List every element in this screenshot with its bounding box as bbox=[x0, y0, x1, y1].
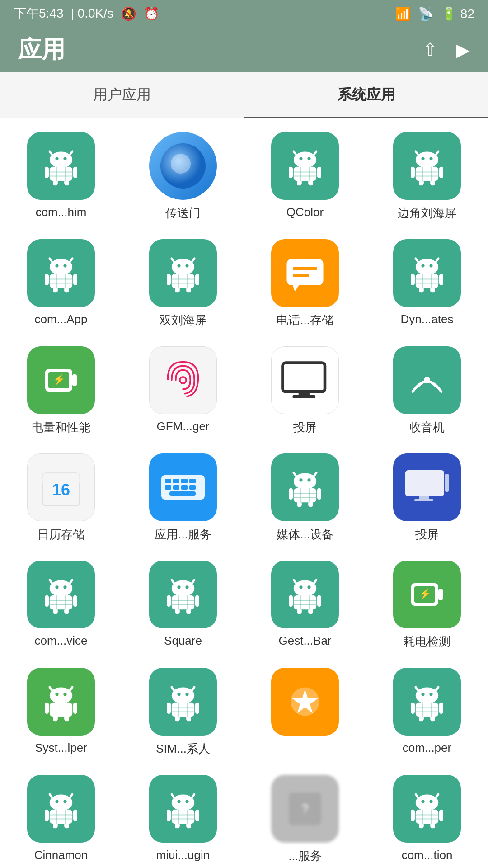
svg-rect-63 bbox=[172, 274, 194, 288]
list-item[interactable]: 传送门 bbox=[127, 127, 239, 226]
svg-rect-208 bbox=[416, 703, 438, 717]
list-item[interactable]: 边角刘海屏 bbox=[371, 127, 483, 226]
svg-rect-252 bbox=[416, 810, 438, 824]
svg-rect-224 bbox=[73, 810, 77, 821]
header-actions: ⇧ ▶ bbox=[422, 39, 470, 60]
list-item[interactable]: 双刘海屏 bbox=[127, 235, 239, 333]
app-grid: com...him 传送门 QColor bbox=[0, 118, 488, 868]
svg-rect-150 bbox=[172, 595, 194, 610]
svg-point-94 bbox=[180, 377, 186, 383]
svg-point-78 bbox=[416, 259, 438, 275]
app-icon bbox=[393, 346, 461, 414]
list-item[interactable]: Dyn...ates bbox=[371, 235, 483, 333]
svg-point-62 bbox=[185, 264, 188, 267]
svg-rect-237 bbox=[167, 810, 171, 821]
tab-user-apps[interactable]: 用户应用 bbox=[0, 72, 244, 118]
svg-rect-253 bbox=[411, 810, 415, 821]
svg-point-60 bbox=[172, 259, 194, 275]
list-item[interactable]: Syst...lper bbox=[5, 663, 117, 761]
list-item[interactable]: com...App bbox=[5, 235, 117, 333]
list-item[interactable]: 媒体...设备 bbox=[249, 449, 361, 547]
tab-system-apps[interactable]: 系统应用 bbox=[244, 72, 488, 118]
battery-indicator: 🔋 82 bbox=[441, 6, 474, 21]
svg-marker-73 bbox=[293, 285, 299, 292]
list-item[interactable]: QColor bbox=[249, 127, 361, 226]
list-item[interactable]: Gest...Bar bbox=[249, 556, 361, 654]
svg-rect-111 bbox=[189, 485, 196, 490]
svg-rect-75 bbox=[293, 274, 309, 277]
list-item[interactable]: Cinnamon bbox=[5, 770, 117, 868]
list-item[interactable]: 投屏 bbox=[371, 449, 483, 547]
svg-point-32 bbox=[416, 152, 438, 168]
svg-rect-151 bbox=[167, 595, 171, 607]
list-item[interactable]: com...vice bbox=[5, 556, 117, 654]
svg-text:⚡: ⚡ bbox=[53, 373, 66, 386]
svg-rect-192 bbox=[172, 703, 194, 717]
app-icon bbox=[149, 668, 217, 736]
svg-point-4 bbox=[63, 157, 66, 160]
svg-rect-193 bbox=[167, 703, 171, 714]
svg-point-163 bbox=[307, 585, 310, 589]
svg-rect-174 bbox=[438, 589, 443, 600]
svg-point-148 bbox=[177, 585, 180, 589]
svg-point-48 bbox=[63, 264, 66, 267]
list-item[interactable]: GFM...ger bbox=[127, 342, 239, 440]
svg-rect-166 bbox=[317, 595, 321, 607]
svg-point-207 bbox=[429, 693, 432, 696]
mute-icon: 🔕 bbox=[121, 6, 136, 21]
list-item[interactable]: ? ...服务 bbox=[249, 770, 361, 868]
svg-rect-81 bbox=[416, 274, 438, 288]
app-icon bbox=[393, 132, 461, 200]
list-item[interactable]: miui...ugin bbox=[127, 770, 239, 868]
app-label: com...him bbox=[36, 205, 87, 219]
list-item[interactable]: 电话...存储 bbox=[249, 235, 361, 333]
app-label: 电话...存储 bbox=[277, 312, 333, 328]
app-icon: 16 bbox=[27, 453, 95, 521]
svg-rect-64 bbox=[167, 274, 171, 285]
svg-point-134 bbox=[55, 585, 58, 589]
app-icon bbox=[149, 346, 217, 414]
list-item[interactable]: 收音机 bbox=[371, 342, 483, 440]
svg-point-46 bbox=[50, 259, 72, 275]
app-icon bbox=[27, 132, 95, 200]
svg-point-33 bbox=[421, 157, 424, 160]
svg-point-190 bbox=[177, 693, 180, 696]
svg-point-116 bbox=[299, 478, 302, 481]
list-item[interactable]: SIM...系人 bbox=[127, 663, 239, 761]
app-label: com...tion bbox=[402, 848, 453, 862]
list-item[interactable]: com...tion bbox=[371, 770, 483, 868]
svg-rect-222 bbox=[50, 810, 72, 824]
list-item[interactable]: 应用...服务 bbox=[127, 449, 239, 547]
list-item[interactable]: 16 日历存储 bbox=[5, 449, 117, 547]
share-button[interactable]: ⇧ bbox=[422, 39, 438, 60]
signal-icon: 📶 bbox=[395, 6, 411, 21]
list-item[interactable]: ⚡ 耗电检测 bbox=[371, 556, 483, 654]
page-title: 应用 bbox=[18, 34, 65, 66]
svg-text:16: 16 bbox=[52, 481, 70, 499]
list-item[interactable]: com...per bbox=[371, 663, 483, 761]
app-icon bbox=[393, 239, 461, 307]
svg-rect-130 bbox=[445, 474, 449, 492]
app-label: 日历存储 bbox=[38, 527, 84, 542]
app-label: 投屏 bbox=[293, 420, 317, 435]
app-icon bbox=[271, 239, 339, 307]
svg-rect-118 bbox=[294, 488, 316, 503]
svg-rect-107 bbox=[189, 479, 196, 483]
svg-rect-110 bbox=[181, 485, 188, 490]
forward-button[interactable]: ▶ bbox=[456, 39, 470, 60]
list-item[interactable]: 投屏 bbox=[249, 342, 361, 440]
list-item[interactable] bbox=[249, 663, 361, 761]
app-label: 应用...服务 bbox=[155, 527, 211, 542]
svg-rect-49 bbox=[50, 274, 72, 288]
list-item[interactable]: ⚡ 电量和性能 bbox=[5, 342, 117, 440]
svg-point-61 bbox=[177, 264, 180, 267]
svg-point-3 bbox=[55, 157, 58, 160]
list-item[interactable]: com...him bbox=[5, 127, 117, 226]
app-label: Gest...Bar bbox=[278, 634, 331, 648]
svg-rect-109 bbox=[173, 485, 179, 490]
svg-rect-238 bbox=[195, 810, 199, 821]
app-label: 电量和性能 bbox=[32, 420, 90, 435]
list-item[interactable]: Square bbox=[127, 556, 239, 654]
svg-point-2 bbox=[50, 152, 72, 168]
svg-point-47 bbox=[55, 264, 58, 267]
